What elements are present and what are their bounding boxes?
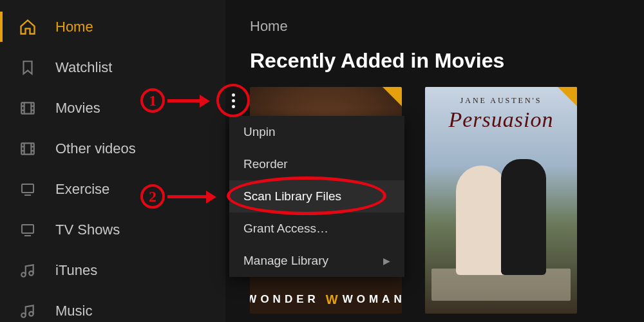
menu-item-label: Scan Library Files (243, 189, 341, 204)
menu-item-label: Manage Library (243, 254, 328, 268)
chevron-right-icon: ▶ (383, 256, 390, 266)
poster-card[interactable]: JANE AUSTEN'S Persuasion (425, 87, 577, 314)
menu-item-unpin[interactable]: Unpin (229, 116, 404, 148)
library-context-menu: Unpin Reorder Scan Library Files Grant A… (229, 116, 404, 277)
svg-rect-0 (21, 102, 34, 113)
sidebar-item-itunes[interactable]: iTunes (0, 250, 225, 290)
sidebar-item-exercise[interactable]: Exercise (0, 169, 225, 209)
sidebar-item-music[interactable]: Music (0, 290, 225, 322)
film-icon (18, 139, 37, 158)
poster-title: WONDER W WOMAN (250, 285, 402, 314)
sidebar-item-label: iTunes (55, 262, 97, 279)
unwatched-corner-icon (383, 87, 402, 106)
ww-logo-icon: W (326, 292, 336, 307)
poster-title-left: WONDER (250, 293, 319, 306)
monitor-icon (18, 180, 37, 199)
sidebar-item-other-videos[interactable]: Other videos (0, 128, 225, 169)
sidebar-item-label: Exercise (55, 181, 109, 198)
bookmark-icon (18, 58, 37, 77)
menu-item-reorder[interactable]: Reorder (229, 148, 404, 180)
poster-overline: JANE AUSTEN'S (425, 96, 577, 106)
film-icon (18, 99, 37, 118)
poster-title: Persuasion (425, 108, 577, 132)
library-more-button[interactable] (216, 84, 250, 117)
sidebar-item-watchlist[interactable]: Watchlist (0, 47, 225, 88)
music-icon (18, 261, 37, 280)
sidebar-item-movies[interactable]: Movies (0, 88, 225, 128)
sidebar-item-label: Home (55, 19, 93, 35)
home-icon (18, 17, 37, 37)
vertical-dots-icon (232, 92, 235, 109)
menu-item-grant-access[interactable]: Grant Access… (229, 213, 404, 245)
music-icon (18, 301, 37, 321)
sidebar-item-home[interactable]: Home (0, 6, 225, 47)
sidebar-item-label: Other videos (55, 140, 136, 157)
sidebar-item-label: Movies (55, 100, 100, 117)
menu-item-label: Grant Access… (243, 222, 328, 236)
menu-item-label: Unpin (243, 125, 276, 139)
poster-title-right: WOMAN (343, 293, 402, 306)
svg-rect-7 (21, 143, 34, 154)
poster-art-figures (456, 159, 546, 275)
svg-rect-16 (22, 225, 33, 233)
app-root: Home Watchlist Movies Other videos Exerc (0, 0, 644, 322)
breadcrumb: Home (250, 18, 644, 35)
sidebar-item-label: TV Shows (55, 222, 120, 238)
sidebar: Home Watchlist Movies Other videos Exerc (0, 0, 225, 322)
menu-item-scan-library-files[interactable]: Scan Library Files (229, 180, 404, 213)
menu-item-label: Reorder (243, 157, 288, 171)
menu-item-manage-library[interactable]: Manage Library ▶ (229, 245, 404, 277)
sidebar-item-label: Music (55, 303, 92, 319)
svg-rect-14 (22, 184, 33, 193)
sidebar-item-tv-shows[interactable]: TV Shows (0, 209, 225, 250)
monitor-icon (18, 220, 37, 240)
section-title: Recently Added in Movies (250, 49, 644, 73)
sidebar-item-label: Watchlist (55, 59, 112, 76)
